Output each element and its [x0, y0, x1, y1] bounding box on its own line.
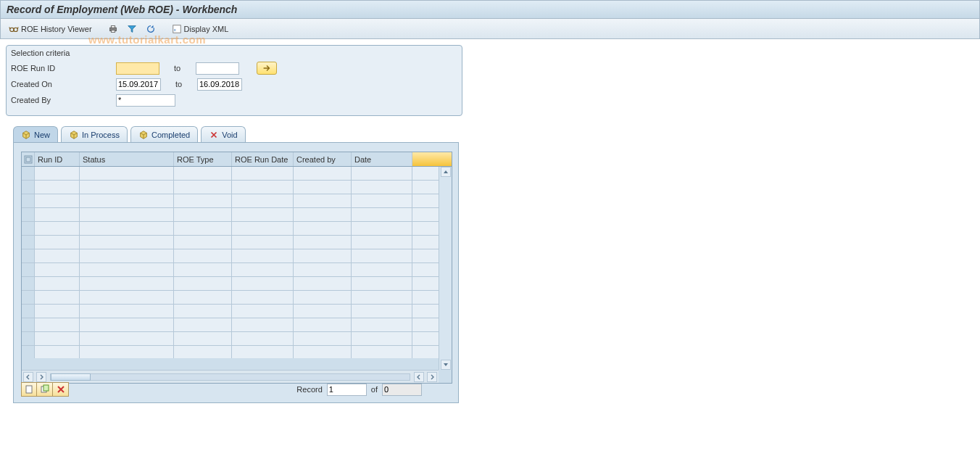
selection-criteria-group: Selection criteria ROE Run ID to Created… — [6, 45, 462, 116]
svg-rect-9 — [26, 386, 32, 393]
grid-body — [22, 167, 452, 358]
table-row[interactable] — [22, 305, 452, 318]
action-buttons — [21, 382, 69, 397]
scroll-left-button[interactable] — [23, 372, 33, 382]
scroll-down-button[interactable] — [441, 360, 451, 370]
create-button[interactable] — [21, 382, 37, 397]
refresh-button[interactable] — [142, 22, 159, 36]
copy-button[interactable] — [37, 382, 53, 397]
table-row[interactable] — [22, 332, 452, 346]
horizontal-scrollbar[interactable] — [22, 370, 439, 383]
of-label: of — [371, 385, 378, 394]
svg-point-0 — [10, 28, 14, 31]
cube-icon — [69, 130, 79, 140]
grid-header: Run ID Status ROE Type ROE Run Date Crea… — [22, 152, 452, 167]
roe-history-viewer-label: ROE History Viewer — [21, 25, 92, 33]
svg-rect-8 — [26, 157, 30, 162]
roe-history-viewer-button[interactable]: ROE History Viewer — [5, 22, 96, 36]
x-icon — [56, 384, 66, 394]
copy-icon — [40, 384, 50, 394]
runid-label: ROE Run ID — [11, 64, 116, 73]
createdon-to-input[interactable] — [197, 78, 242, 91]
filter-button[interactable] — [123, 22, 141, 36]
table-row[interactable] — [22, 277, 452, 291]
tab-completed[interactable]: Completed — [130, 126, 198, 142]
table-row[interactable] — [22, 291, 452, 305]
display-xml-button[interactable]: x Display XML — [168, 22, 233, 36]
tab-content: Run ID Status ROE Type ROE Run Date Crea… — [13, 142, 459, 403]
multiple-selection-button[interactable] — [257, 62, 277, 75]
hscroll-thumb[interactable] — [51, 373, 91, 381]
table-row[interactable] — [22, 236, 452, 249]
tab-void-label: Void — [222, 131, 237, 139]
svg-rect-11 — [43, 385, 49, 391]
svg-rect-3 — [111, 25, 115, 28]
createdon-from-input[interactable] — [116, 78, 161, 91]
tab-void[interactable]: Void — [201, 126, 245, 142]
svg-point-1 — [14, 28, 17, 31]
filter-icon — [127, 24, 137, 34]
tab-completed-label: Completed — [151, 131, 190, 139]
cube-icon — [21, 130, 31, 140]
createdon-label: Created On — [11, 80, 116, 88]
table-row[interactable] — [22, 208, 452, 222]
table-row[interactable] — [22, 181, 452, 194]
table-row[interactable] — [22, 346, 452, 358]
x-icon — [209, 130, 219, 140]
glasses-icon — [9, 24, 19, 34]
vertical-scrollbar[interactable] — [439, 167, 452, 370]
tab-new[interactable]: New — [13, 126, 58, 142]
record-label: Record — [296, 385, 322, 394]
scroll-left-end-button[interactable] — [414, 372, 424, 382]
page-title: Record of Employment (Web ROE) - Workben… — [7, 4, 237, 15]
display-xml-label: Display XML — [184, 25, 229, 33]
scroll-right-button[interactable] — [427, 372, 437, 382]
to-label-2: to — [161, 80, 197, 88]
tab-inprocess-label: In Process — [82, 131, 120, 139]
delete-button[interactable] — [53, 382, 69, 397]
col-status[interactable]: Status — [80, 152, 174, 166]
title-bar: Record of Employment (Web ROE) - Workben… — [0, 0, 980, 19]
table-row[interactable] — [22, 194, 452, 208]
createdby-label: Created By — [11, 96, 116, 104]
runid-to-input[interactable] — [196, 62, 239, 75]
hscroll-track[interactable] — [50, 373, 410, 381]
table-row[interactable] — [22, 222, 452, 236]
page-icon — [24, 384, 34, 394]
col-createdby[interactable]: Created by — [294, 152, 352, 166]
svg-rect-4 — [111, 30, 115, 32]
table-row[interactable] — [22, 263, 452, 277]
col-runid[interactable]: Run ID — [35, 152, 80, 166]
arrow-right-icon — [262, 63, 272, 73]
col-date[interactable]: Date — [352, 152, 412, 166]
printer-icon — [108, 24, 118, 34]
print-button[interactable] — [104, 22, 122, 36]
to-label-1: to — [159, 64, 196, 73]
scroll-right-inner-button[interactable] — [36, 372, 46, 382]
table-row[interactable] — [22, 318, 452, 332]
cube-icon — [138, 130, 149, 140]
record-navigator: Record of — [296, 384, 422, 396]
app-toolbar: ROE History Viewer x Display XML — [0, 19, 980, 39]
table-row[interactable] — [22, 249, 452, 263]
tabstrip: New In Process Completed Void — [13, 126, 974, 142]
table-row[interactable] — [22, 167, 452, 181]
tab-new-label: New — [34, 131, 50, 139]
data-grid[interactable]: Run ID Status ROE Type ROE Run Date Crea… — [21, 152, 452, 384]
col-rundate[interactable]: ROE Run Date — [232, 152, 294, 166]
select-all-header[interactable] — [22, 152, 35, 166]
scroll-up-button[interactable] — [441, 167, 451, 177]
record-total-display — [382, 384, 422, 396]
record-current-input[interactable] — [327, 384, 367, 396]
grid-footer: Record of — [21, 382, 451, 397]
col-config[interactable] — [412, 152, 452, 166]
refresh-icon — [146, 24, 156, 34]
tab-inprocess[interactable]: In Process — [61, 126, 128, 142]
xml-icon: x — [172, 24, 182, 34]
col-roetype[interactable]: ROE Type — [174, 152, 232, 166]
content-area: Selection criteria ROE Run ID to Created… — [0, 39, 980, 409]
svg-text:x: x — [173, 26, 175, 31]
selection-criteria-title: Selection criteria — [11, 49, 457, 57]
createdby-input[interactable] — [116, 94, 175, 107]
runid-from-input[interactable] — [116, 62, 159, 75]
